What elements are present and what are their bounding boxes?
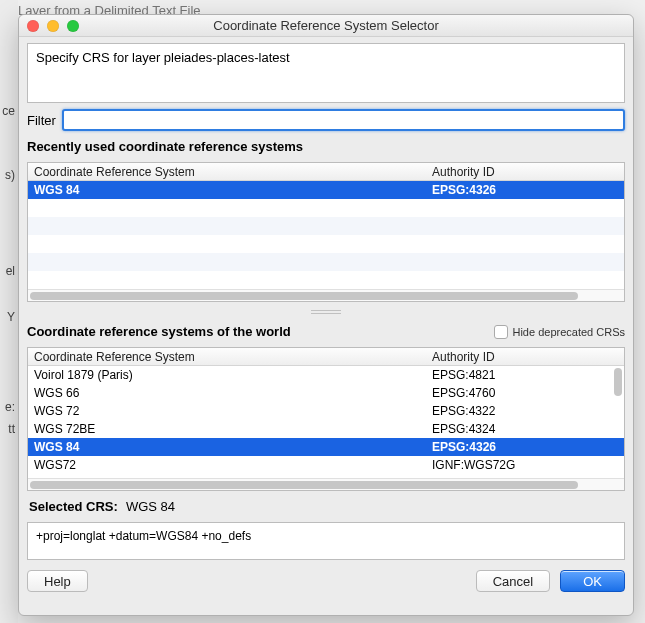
table-row-empty[interactable] [28, 235, 624, 253]
recent-hscrollbar[interactable] [28, 289, 624, 301]
bg-frag: s) [5, 168, 15, 182]
world-col-crs[interactable]: Coordinate Reference System [28, 350, 428, 364]
cell-auth: EPSG:4326 [428, 183, 624, 197]
cell-auth: EPSG:4324 [428, 422, 624, 436]
world-list-header[interactable]: Coordinate Reference System Authority ID [28, 348, 624, 366]
bg-frag: e: [5, 400, 15, 414]
table-row[interactable]: WGS 84EPSG:4326 [28, 181, 624, 199]
proj-string-box: +proj=longlat +datum=WGS84 +no_defs [27, 522, 625, 560]
scrollbar-thumb[interactable] [30, 481, 578, 489]
cell-auth: IGNF:WGS72G [428, 458, 624, 472]
bg-frag: tt [8, 422, 15, 436]
bg-frag: ce [2, 104, 15, 118]
cell-crs: WGS 84 [28, 440, 428, 454]
window-title: Coordinate Reference System Selector [19, 18, 633, 33]
world-header: Coordinate reference systems of the worl… [27, 322, 291, 341]
selected-crs-value: WGS 84 [126, 499, 175, 514]
ok-button[interactable]: OK [560, 570, 625, 592]
filter-label: Filter [27, 113, 56, 128]
table-row[interactable]: WGS 66EPSG:4760 [28, 384, 624, 402]
cell-crs: WGS 84 [28, 183, 428, 197]
cell-crs: WGS 72BE [28, 422, 428, 436]
table-row-empty[interactable] [28, 217, 624, 235]
crs-selector-dialog: Coordinate Reference System Selector Spe… [18, 14, 634, 616]
recent-list-body[interactable]: WGS 84EPSG:4326 [28, 181, 624, 289]
recent-list: Coordinate Reference System Authority ID… [27, 162, 625, 302]
recent-header: Recently used coordinate reference syste… [27, 137, 625, 156]
dialog-content: Specify CRS for layer pleiades-places-la… [19, 37, 633, 615]
button-row: Help Cancel OK [27, 566, 625, 592]
world-hscrollbar[interactable] [28, 478, 624, 490]
table-row[interactable]: WGS72IGNF:WGS72G [28, 456, 624, 474]
hide-deprecated-label: Hide deprecated CRSs [512, 326, 625, 338]
recent-list-header[interactable]: Coordinate Reference System Authority ID [28, 163, 624, 181]
selected-crs-label: Selected CRS: [29, 499, 118, 514]
background-left-fragments: ce s) el Y e: tt [0, 0, 18, 623]
cell-auth: EPSG:4821 [428, 368, 624, 382]
help-button[interactable]: Help [27, 570, 88, 592]
hide-deprecated-row[interactable]: Hide deprecated CRSs [494, 325, 625, 339]
splitter[interactable] [27, 308, 625, 316]
scrollbar-thumb[interactable] [30, 292, 578, 300]
scrollbar-thumb[interactable] [614, 368, 622, 396]
cell-auth: EPSG:4326 [428, 440, 624, 454]
table-row[interactable]: WGS 72EPSG:4322 [28, 402, 624, 420]
specify-crs-box: Specify CRS for layer pleiades-places-la… [27, 43, 625, 103]
table-row[interactable]: Voirol 1879 (Paris)EPSG:4821 [28, 366, 624, 384]
cell-crs: WGS 72 [28, 404, 428, 418]
cell-crs: Voirol 1879 (Paris) [28, 368, 428, 382]
selected-crs-row: Selected CRS: WGS 84 [27, 497, 625, 516]
cancel-button[interactable]: Cancel [476, 570, 550, 592]
cell-crs: WGS 66 [28, 386, 428, 400]
cell-auth: EPSG:4322 [428, 404, 624, 418]
hide-deprecated-checkbox[interactable] [494, 325, 508, 339]
specify-crs-text: Specify CRS for layer pleiades-places-la… [36, 50, 290, 65]
cell-auth: EPSG:4760 [428, 386, 624, 400]
proj-string-text: +proj=longlat +datum=WGS84 +no_defs [36, 529, 251, 543]
table-row[interactable]: WGS 72BEEPSG:4324 [28, 420, 624, 438]
world-col-auth[interactable]: Authority ID [428, 350, 624, 364]
world-list: Coordinate Reference System Authority ID… [27, 347, 625, 491]
world-list-body[interactable]: Voirol 1879 (Paris)EPSG:4821WGS 66EPSG:4… [28, 366, 624, 478]
recent-col-crs[interactable]: Coordinate Reference System [28, 165, 428, 179]
table-row[interactable]: WGS 84EPSG:4326 [28, 438, 624, 456]
recent-col-auth[interactable]: Authority ID [428, 165, 624, 179]
world-header-row: Coordinate reference systems of the worl… [27, 322, 625, 341]
bg-frag: el [6, 264, 15, 278]
table-row-empty[interactable] [28, 199, 624, 217]
cell-crs: WGS72 [28, 458, 428, 472]
table-row-empty[interactable] [28, 271, 624, 289]
world-vscrollbar[interactable] [613, 366, 623, 478]
table-row-empty[interactable] [28, 253, 624, 271]
splitter-handle-icon [311, 310, 341, 314]
titlebar[interactable]: Coordinate Reference System Selector [19, 15, 633, 37]
filter-row: Filter [27, 109, 625, 131]
bg-frag: Y [7, 310, 15, 324]
filter-input[interactable] [62, 109, 625, 131]
